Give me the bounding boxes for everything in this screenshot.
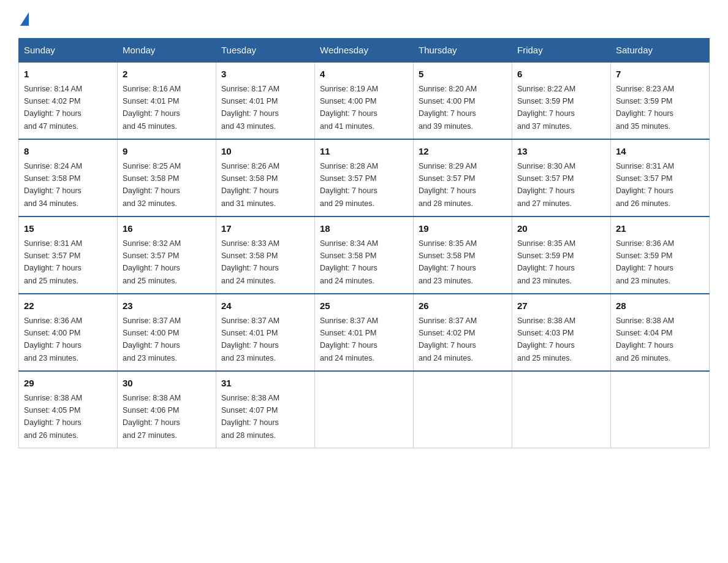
calendar-cell: 23Sunrise: 8:37 AMSunset: 4:00 PMDayligh…	[118, 294, 216, 371]
calendar-cell: 22Sunrise: 8:36 AMSunset: 4:00 PMDayligh…	[19, 294, 118, 371]
day-number: 1	[24, 67, 112, 82]
calendar-cell: 3Sunrise: 8:17 AMSunset: 4:01 PMDaylight…	[216, 62, 315, 139]
day-info: Sunrise: 8:25 AMSunset: 3:58 PMDaylight:…	[123, 162, 181, 208]
calendar-cell: 30Sunrise: 8:38 AMSunset: 4:06 PMDayligh…	[118, 371, 216, 448]
calendar-cell: 26Sunrise: 8:37 AMSunset: 4:02 PMDayligh…	[414, 294, 512, 371]
day-number: 31	[221, 377, 309, 391]
calendar-cell: 24Sunrise: 8:37 AMSunset: 4:01 PMDayligh…	[216, 294, 315, 371]
day-number: 11	[320, 145, 408, 159]
header-saturday: Saturday	[611, 39, 710, 63]
day-number: 21	[616, 222, 704, 236]
calendar-cell: 4Sunrise: 8:19 AMSunset: 4:00 PMDaylight…	[315, 62, 414, 139]
calendar-cell: 1Sunrise: 8:14 AMSunset: 4:02 PMDaylight…	[19, 62, 118, 139]
header-thursday: Thursday	[414, 39, 512, 63]
day-number: 23	[123, 299, 211, 313]
calendar-cell: 25Sunrise: 8:37 AMSunset: 4:01 PMDayligh…	[315, 294, 414, 371]
day-info: Sunrise: 8:28 AMSunset: 3:57 PMDaylight:…	[320, 162, 378, 208]
calendar-cell	[414, 371, 512, 448]
calendar-cell: 18Sunrise: 8:34 AMSunset: 3:58 PMDayligh…	[315, 216, 414, 294]
calendar-cell: 12Sunrise: 8:29 AMSunset: 3:57 PMDayligh…	[414, 139, 512, 216]
day-number: 27	[517, 299, 605, 313]
day-info: Sunrise: 8:35 AMSunset: 3:59 PMDaylight:…	[517, 239, 575, 285]
calendar-cell: 14Sunrise: 8:31 AMSunset: 3:57 PMDayligh…	[611, 139, 710, 216]
day-info: Sunrise: 8:29 AMSunset: 3:57 PMDaylight:…	[419, 162, 477, 208]
day-info: Sunrise: 8:37 AMSunset: 4:01 PMDaylight:…	[221, 316, 279, 362]
calendar-cell: 17Sunrise: 8:33 AMSunset: 3:58 PMDayligh…	[216, 216, 315, 294]
calendar-cell: 8Sunrise: 8:24 AMSunset: 3:58 PMDaylight…	[19, 139, 118, 216]
calendar-cell: 21Sunrise: 8:36 AMSunset: 3:59 PMDayligh…	[611, 216, 710, 294]
day-info: Sunrise: 8:38 AMSunset: 4:04 PMDaylight:…	[616, 316, 674, 362]
page-header	[18, 12, 710, 27]
calendar-cell: 16Sunrise: 8:32 AMSunset: 3:57 PMDayligh…	[118, 216, 216, 294]
calendar-week-row: 29Sunrise: 8:38 AMSunset: 4:05 PMDayligh…	[19, 371, 710, 448]
day-number: 25	[320, 299, 408, 313]
calendar-cell	[315, 371, 414, 448]
calendar-header-row: SundayMondayTuesdayWednesdayThursdayFrid…	[19, 39, 710, 63]
day-info: Sunrise: 8:24 AMSunset: 3:58 PMDaylight:…	[24, 162, 82, 208]
day-number: 10	[221, 145, 309, 159]
calendar-cell: 31Sunrise: 8:38 AMSunset: 4:07 PMDayligh…	[216, 371, 315, 448]
calendar-cell	[611, 371, 710, 448]
day-number: 8	[24, 145, 112, 159]
day-number: 9	[123, 145, 211, 159]
day-info: Sunrise: 8:19 AMSunset: 4:00 PMDaylight:…	[320, 85, 378, 131]
logo	[18, 12, 29, 27]
day-info: Sunrise: 8:22 AMSunset: 3:59 PMDaylight:…	[517, 85, 575, 131]
day-number: 30	[123, 377, 211, 391]
day-info: Sunrise: 8:26 AMSunset: 3:58 PMDaylight:…	[221, 162, 279, 208]
day-info: Sunrise: 8:32 AMSunset: 3:57 PMDaylight:…	[123, 239, 181, 285]
calendar-cell: 15Sunrise: 8:31 AMSunset: 3:57 PMDayligh…	[19, 216, 118, 294]
day-number: 20	[517, 222, 605, 236]
day-number: 22	[24, 299, 112, 313]
day-number: 13	[517, 145, 605, 159]
day-number: 24	[221, 299, 309, 313]
calendar-week-row: 22Sunrise: 8:36 AMSunset: 4:00 PMDayligh…	[19, 294, 710, 371]
header-tuesday: Tuesday	[216, 39, 315, 63]
day-info: Sunrise: 8:38 AMSunset: 4:03 PMDaylight:…	[517, 316, 575, 362]
day-info: Sunrise: 8:31 AMSunset: 3:57 PMDaylight:…	[616, 162, 674, 208]
day-number: 3	[221, 67, 309, 82]
day-info: Sunrise: 8:30 AMSunset: 3:57 PMDaylight:…	[517, 162, 575, 208]
calendar-cell	[512, 371, 611, 448]
calendar-cell: 5Sunrise: 8:20 AMSunset: 4:00 PMDaylight…	[414, 62, 512, 139]
day-info: Sunrise: 8:31 AMSunset: 3:57 PMDaylight:…	[24, 239, 82, 285]
day-info: Sunrise: 8:38 AMSunset: 4:07 PMDaylight:…	[221, 394, 279, 440]
day-number: 2	[123, 67, 211, 82]
calendar-cell: 7Sunrise: 8:23 AMSunset: 3:59 PMDaylight…	[611, 62, 710, 139]
calendar-cell: 28Sunrise: 8:38 AMSunset: 4:04 PMDayligh…	[611, 294, 710, 371]
header-friday: Friday	[512, 39, 611, 63]
day-number: 18	[320, 222, 408, 236]
calendar-cell: 20Sunrise: 8:35 AMSunset: 3:59 PMDayligh…	[512, 216, 611, 294]
day-number: 17	[221, 222, 309, 236]
calendar-cell: 27Sunrise: 8:38 AMSunset: 4:03 PMDayligh…	[512, 294, 611, 371]
day-number: 15	[24, 222, 112, 236]
day-number: 16	[123, 222, 211, 236]
header-monday: Monday	[118, 39, 216, 63]
day-number: 29	[24, 377, 112, 391]
day-number: 5	[419, 67, 507, 82]
day-info: Sunrise: 8:34 AMSunset: 3:58 PMDaylight:…	[320, 239, 378, 285]
day-number: 12	[419, 145, 507, 159]
day-info: Sunrise: 8:16 AMSunset: 4:01 PMDaylight:…	[123, 85, 181, 131]
day-info: Sunrise: 8:23 AMSunset: 3:59 PMDaylight:…	[616, 85, 674, 131]
header-sunday: Sunday	[19, 39, 118, 63]
day-info: Sunrise: 8:14 AMSunset: 4:02 PMDaylight:…	[24, 85, 82, 131]
calendar-week-row: 15Sunrise: 8:31 AMSunset: 3:57 PMDayligh…	[19, 216, 710, 294]
day-info: Sunrise: 8:17 AMSunset: 4:01 PMDaylight:…	[221, 85, 279, 131]
day-info: Sunrise: 8:36 AMSunset: 3:59 PMDaylight:…	[616, 239, 674, 285]
calendar-week-row: 8Sunrise: 8:24 AMSunset: 3:58 PMDaylight…	[19, 139, 710, 216]
calendar-cell: 29Sunrise: 8:38 AMSunset: 4:05 PMDayligh…	[19, 371, 118, 448]
calendar-cell: 13Sunrise: 8:30 AMSunset: 3:57 PMDayligh…	[512, 139, 611, 216]
calendar-cell: 19Sunrise: 8:35 AMSunset: 3:58 PMDayligh…	[414, 216, 512, 294]
day-info: Sunrise: 8:20 AMSunset: 4:00 PMDaylight:…	[419, 85, 477, 131]
day-info: Sunrise: 8:35 AMSunset: 3:58 PMDaylight:…	[419, 239, 477, 285]
calendar-cell: 6Sunrise: 8:22 AMSunset: 3:59 PMDaylight…	[512, 62, 611, 139]
calendar-cell: 9Sunrise: 8:25 AMSunset: 3:58 PMDaylight…	[118, 139, 216, 216]
calendar-cell: 10Sunrise: 8:26 AMSunset: 3:58 PMDayligh…	[216, 139, 315, 216]
day-number: 26	[419, 299, 507, 313]
day-number: 14	[616, 145, 704, 159]
day-number: 4	[320, 67, 408, 82]
day-info: Sunrise: 8:33 AMSunset: 3:58 PMDaylight:…	[221, 239, 279, 285]
day-number: 6	[517, 67, 605, 82]
calendar-cell: 2Sunrise: 8:16 AMSunset: 4:01 PMDaylight…	[118, 62, 216, 139]
